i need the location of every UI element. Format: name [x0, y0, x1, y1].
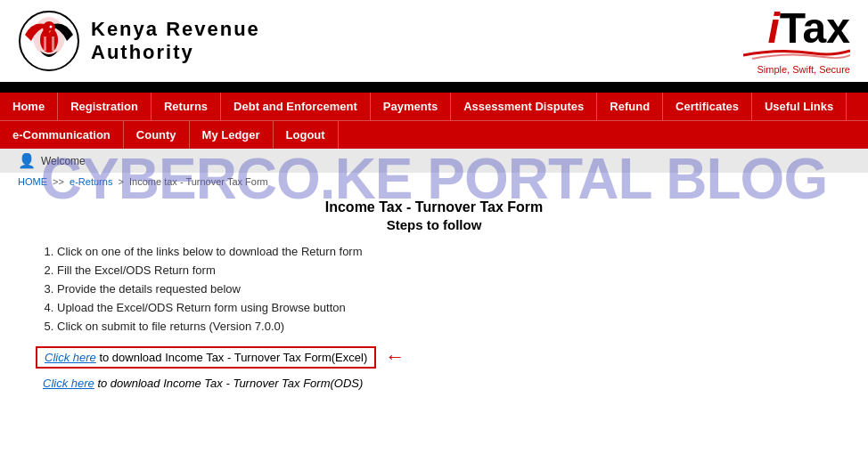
page-title: Income Tax - Turnover Tax Form: [36, 199, 832, 215]
excel-download-text: to download Income Tax - Turnover Tax Fo…: [96, 351, 367, 364]
header: Kenya Revenue Authority iTax Simple, Swi…: [0, 0, 868, 85]
arrow-right-icon: ←: [385, 345, 405, 369]
page-subtitle: Steps to follow: [36, 217, 832, 232]
excel-download-row: Click here to download Income Tax - Turn…: [36, 345, 832, 369]
breadcrumb: HOME >> e-Returns > Income tax - Turnove…: [0, 173, 868, 191]
nav-refund[interactable]: Refund: [597, 93, 663, 120]
step-2: Fill the Excel/ODS Return form: [57, 263, 832, 277]
steps-list: Click on one of the links below to downl…: [36, 245, 832, 333]
step-5: Click on submit to file returns (Version…: [57, 320, 832, 333]
kra-logo-icon: [18, 10, 80, 72]
nav-ecomm[interactable]: e-Communication: [0, 121, 124, 149]
itax-tagline: Simple, Swift, Secure: [743, 64, 850, 75]
nav-returns[interactable]: Returns: [151, 93, 221, 120]
ods-download-row: Click here to download Income Tax - Turn…: [36, 374, 832, 393]
welcome-bar: 👤 Welcome: [0, 149, 868, 173]
nav-certificates[interactable]: Certificates: [663, 93, 752, 120]
itax-logo: iTax Simple, Swift, Secure: [743, 7, 850, 75]
breadcrumb-home[interactable]: HOME: [18, 176, 47, 187]
nav-useful-links[interactable]: Useful Links: [752, 93, 847, 120]
user-icon: 👤: [18, 152, 36, 169]
main-content: Income Tax - Turnover Tax Form Steps to …: [0, 191, 868, 410]
nav-row2: e-Communication County My Ledger Logout: [0, 120, 868, 149]
breadcrumb-ereturns[interactable]: e-Returns: [70, 176, 112, 187]
nav-county[interactable]: County: [124, 121, 190, 149]
nav-payments[interactable]: Payments: [371, 93, 451, 120]
nav-disputes[interactable]: Assessment Disputes: [451, 93, 597, 120]
breadcrumb-current: Income tax - Turnover Tax Form: [129, 176, 268, 187]
nav-debt[interactable]: Debt and Enforcement: [221, 93, 371, 120]
excel-click-here[interactable]: Click here: [45, 351, 96, 364]
itax-tax-text: Tax: [780, 4, 850, 52]
svg-rect-6: [44, 36, 46, 51]
page-wrapper: Kenya Revenue Authority iTax Simple, Swi…: [0, 0, 868, 410]
ods-click-here[interactable]: Click here: [43, 377, 94, 390]
kra-name-line1: Kenya Revenue: [91, 18, 260, 41]
content-with-watermark: CYBERCO.KE PORTAL BLOG 👤 Welcome HOME >>…: [0, 149, 868, 410]
step-3: Provide the details requested below: [57, 282, 832, 296]
svg-point-5: [50, 26, 53, 28]
itax-brand-block: iTax Simple, Swift, Secure: [743, 7, 850, 75]
nav-home[interactable]: Home: [0, 93, 58, 120]
excel-download-link-box: Click here to download Income Tax - Turn…: [36, 346, 376, 369]
kra-logo-text: Kenya Revenue Authority: [91, 18, 260, 65]
step-1: Click on one of the links below to downl…: [57, 245, 832, 258]
kra-name-line2: Authority: [91, 41, 260, 64]
nav-logout[interactable]: Logout: [274, 121, 339, 149]
svg-rect-7: [52, 36, 54, 51]
nav-ledger[interactable]: My Ledger: [190, 121, 274, 149]
itax-i-letter: i: [768, 4, 780, 52]
nav-registration[interactable]: Registration: [58, 93, 151, 120]
step-4: Upload the Excel/ODS Return form using B…: [57, 301, 832, 314]
nav-container: Home Registration Returns Debt and Enfor…: [0, 93, 868, 149]
ods-download-text: to download Income Tax - Turnover Tax Fo…: [94, 377, 364, 390]
black-bar: [0, 85, 868, 93]
welcome-text: Welcome: [41, 155, 86, 167]
header-left: Kenya Revenue Authority: [18, 10, 260, 72]
nav-row1: Home Registration Returns Debt and Enfor…: [0, 93, 868, 120]
